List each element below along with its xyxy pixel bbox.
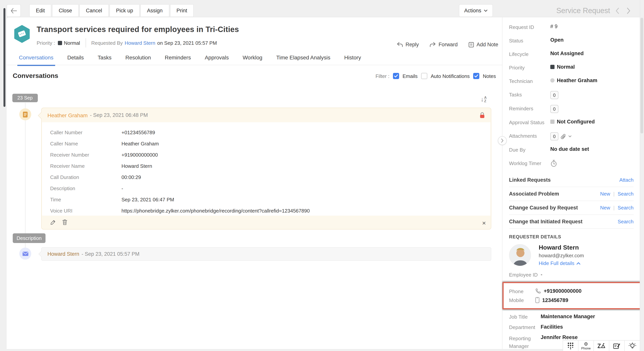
chevron-up-icon	[576, 262, 580, 264]
emails-checkbox[interactable]	[393, 73, 399, 79]
filter-label: Filter :	[376, 73, 389, 79]
pickup-button[interactable]: Pick up	[110, 4, 140, 17]
phone-settings-button[interactable]: ⚙ Phone	[578, 340, 594, 351]
tasks-count-button[interactable]: 0	[550, 91, 558, 99]
tab-worklog[interactable]: Worklog	[242, 54, 262, 65]
property-label: Attachments	[509, 132, 550, 139]
print-button[interactable]: Print	[170, 4, 194, 17]
new-link[interactable]: New	[600, 191, 610, 197]
email-author-link[interactable]: Howard Stern	[48, 251, 79, 257]
collapse-note-button[interactable]: ×	[482, 220, 486, 226]
reply-label: Reply	[406, 42, 419, 48]
requester-avatar[interactable]	[509, 244, 531, 266]
requester-details-heading: REQUESTER DETAILS	[509, 234, 634, 240]
forward-icon	[430, 42, 436, 47]
sort-order-button[interactable]: ↓ AZ	[481, 96, 487, 103]
search-link[interactable]: Search	[618, 205, 634, 210]
search-link[interactable]: Search	[618, 191, 634, 197]
sidebar-collapse-button[interactable]	[498, 136, 507, 145]
collapsed-left-panel-edge[interactable]	[4, 8, 6, 107]
suggestions-button[interactable]	[624, 340, 640, 351]
requester-row-job-title: Job Title Maintenance Manager	[509, 314, 634, 320]
close-button[interactable]: Close	[52, 4, 79, 17]
compose-note-button[interactable]	[609, 340, 624, 351]
tab-reminders[interactable]: Reminders	[165, 54, 191, 65]
note-entry-icon	[19, 108, 31, 120]
reply-button[interactable]: Reply	[396, 42, 419, 48]
request-tabs: Conversations Details Tasks Resolution R…	[6, 54, 502, 65]
actions-label: Actions	[464, 8, 481, 14]
tab-tasks[interactable]: Tasks	[98, 54, 112, 65]
employee-id-value: -	[541, 272, 542, 277]
requester-row-phone: Phone +919000000000	[509, 288, 644, 294]
change-that-initiated-request-section: Change that Initiated Request Search	[509, 215, 634, 229]
actions-dropdown-button[interactable]: Actions	[459, 4, 493, 17]
property-row-lifecycle: Lifecycle Not Assigned	[509, 50, 634, 58]
edit-note-button[interactable]	[50, 219, 56, 225]
notes-checkbox[interactable]	[473, 73, 479, 79]
forward-button[interactable]: Forward	[430, 42, 458, 48]
priority-sidebar-value[interactable]: Normal	[557, 64, 575, 70]
property-label: Due By	[509, 146, 550, 153]
property-row-technician: Technician Heather Graham	[509, 78, 634, 85]
previous-request-button[interactable]	[614, 7, 621, 14]
scrollbar-thumb[interactable]	[640, 18, 643, 134]
requester-link[interactable]: Howard Stern	[125, 40, 156, 46]
phone-value[interactable]: +919000000000	[544, 288, 582, 294]
tab-approvals[interactable]: Approvals	[205, 54, 229, 65]
delete-note-button[interactable]	[62, 219, 68, 225]
zia-assistant-button[interactable]	[594, 340, 609, 351]
link-separator: |	[613, 205, 615, 210]
call-details: Caller Number+01234556789 Caller NameHea…	[42, 122, 490, 216]
status-value[interactable]: Open	[550, 37, 564, 43]
requester-field-label: Department	[509, 324, 541, 330]
back-button[interactable]	[6, 4, 21, 17]
add-note-button[interactable]: Add Note	[468, 42, 498, 48]
assign-button[interactable]: Assign	[140, 4, 169, 17]
page-scrollbar[interactable]	[640, 0, 644, 351]
auto-notifications-checkbox[interactable]	[421, 73, 427, 79]
paperclip-icon[interactable]	[561, 133, 566, 140]
dialpad-icon	[567, 342, 574, 350]
mobile-value[interactable]: 123456789	[542, 297, 568, 303]
cancel-button[interactable]: Cancel	[80, 4, 109, 17]
section-title: Change that Initiated Request	[509, 219, 582, 224]
attach-link[interactable]: Attach	[619, 177, 634, 183]
property-label: Status	[509, 37, 550, 44]
field-label: Receiver Number	[50, 152, 122, 158]
search-link[interactable]: Search	[618, 219, 634, 224]
priority-value: Normal	[64, 40, 80, 46]
add-note-label: Add Note	[476, 42, 498, 48]
email-conversation-row[interactable]: Howard Stern - Sep 23, 2021 05:57 PM	[41, 247, 491, 261]
tab-conversations[interactable]: Conversations	[19, 54, 54, 65]
new-link[interactable]: New	[600, 205, 610, 210]
reminders-count-button[interactable]: 0	[550, 105, 558, 113]
note-author-link[interactable]: Heather Graham	[48, 112, 88, 118]
tab-time-elapsed-analysis[interactable]: Time Elapsed Analysis	[276, 54, 330, 65]
dialpad-button[interactable]	[563, 340, 578, 351]
date-group-badge: 23 Sep	[12, 94, 38, 102]
service-request-page: Edit Close Cancel Pick up Assign Print A…	[0, 0, 644, 351]
technician-value[interactable]: Heather Graham	[557, 78, 597, 83]
attachments-caret-icon[interactable]	[568, 136, 572, 137]
next-request-button[interactable]	[625, 7, 632, 14]
back-arrow-icon	[10, 8, 17, 13]
tab-resolution[interactable]: Resolution	[125, 54, 151, 65]
link-separator: |	[613, 191, 615, 197]
phone-mobile-highlight-box: Phone +919000000000 Mobile 123456	[502, 282, 644, 309]
requester-name[interactable]: Howard Stern	[539, 244, 584, 251]
top-toolbar: Edit Close Cancel Pick up Assign Print A…	[6, 4, 632, 17]
field-label: Time	[50, 197, 122, 202]
requester-email[interactable]: howard@zylker.com	[539, 253, 584, 258]
edit-button[interactable]: Edit	[29, 4, 52, 17]
reporting-manager-value: Jennifer Reese	[541, 334, 578, 340]
stopwatch-icon[interactable]	[550, 160, 557, 167]
request-id-value: # 9	[550, 24, 558, 29]
hide-full-details-toggle[interactable]: Hide Full details	[539, 260, 584, 266]
tab-history[interactable]: History	[344, 54, 361, 65]
field-value: +01234556789	[122, 130, 155, 136]
property-label: Approval Status	[509, 119, 550, 125]
attachments-count-button[interactable]: 0	[550, 132, 558, 140]
tab-details[interactable]: Details	[67, 54, 84, 65]
requester-field-label: Mobile	[509, 297, 535, 303]
